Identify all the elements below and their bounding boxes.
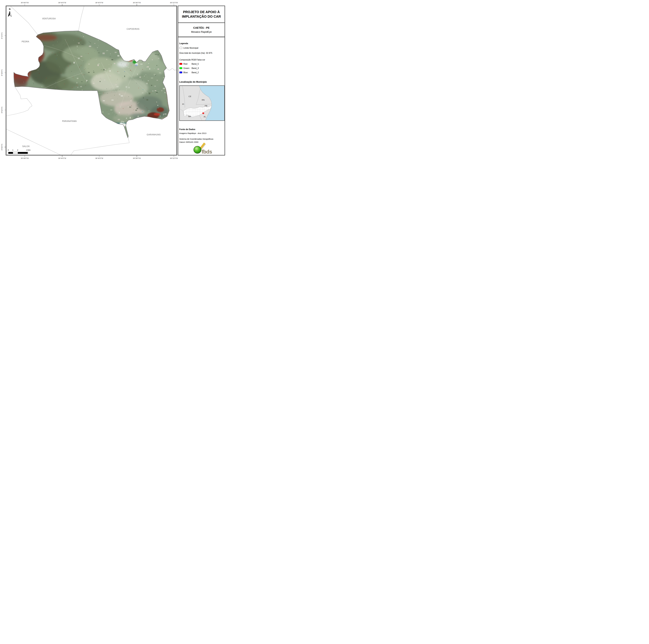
latitude-label-left: 8°48'0"S — [1, 70, 3, 76]
axis-tick-bottom — [25, 156, 25, 157]
longitude-label-top: 36°44'0"W — [58, 2, 66, 4]
longitude-label-bottom: 36°32'0"W — [170, 157, 178, 159]
axis-tick-bottom — [99, 156, 99, 157]
product-name: Mosaico RapidEye — [191, 31, 212, 33]
logo-green-sphere — [194, 146, 201, 154]
rgb-composition-heading: Composição RGB Falsa-cor — [179, 59, 205, 61]
longitude-label-top: 36°32'0"W — [170, 2, 178, 4]
band-color-swatch — [179, 71, 182, 74]
state-label-pi: PI — [182, 103, 184, 105]
longitude-label-bottom: 36°48'0"W — [21, 157, 29, 159]
area-total-text: Área total do município (ha): 32.975 — [179, 52, 212, 54]
state-label-al: AL — [204, 116, 206, 118]
inset-heading: Localização do Município — [179, 81, 207, 83]
project-title-line1: PROJETO DE APOIO À — [183, 10, 220, 14]
axis-tick-bottom — [174, 156, 174, 157]
state-label-pb: PB — [205, 104, 207, 107]
longitude-label-bottom: 36°36'0"W — [133, 157, 141, 159]
band-color-name: Red: — [183, 63, 188, 65]
map-document: N 0124 km PROJETO DE APOIO À IMPLANTAÇÃO… — [0, 0, 228, 161]
band-number: Band_5 — [191, 63, 199, 65]
longitude-label-top: 36°40'0"W — [95, 2, 103, 4]
axis-tick-top — [137, 4, 137, 6]
band-color-name: Blue: — [183, 71, 188, 74]
scale-bar-segments — [8, 152, 28, 154]
state-label-rn: RN — [202, 99, 205, 101]
axis-tick-top — [25, 4, 25, 6]
latitude-label-left: 8°52'0"S — [1, 107, 3, 113]
scale-bar-label: 4 km — [26, 149, 30, 151]
legend-heading: Legenda — [179, 42, 188, 45]
scale-segment — [8, 152, 13, 154]
state-label-ce: CE — [188, 95, 191, 97]
north-label: N — [9, 8, 10, 10]
neighbor-label-pedra: PEDRA — [22, 41, 29, 43]
inset-map-canvas — [180, 86, 224, 121]
fbds-logo: fbds — [192, 143, 216, 155]
scale-segment — [13, 152, 18, 154]
longitude-label-bottom: 36°44'0"W — [58, 157, 66, 159]
band-color-swatch — [179, 63, 182, 65]
neighbor-label-venturosa: VENTUROSA — [42, 17, 56, 20]
band-number: Band_2 — [191, 71, 199, 74]
latitude-label-left: 8°44'0"S — [1, 33, 3, 39]
legend-panel: Legenda Limite Municipal Área total do m… — [178, 37, 225, 156]
project-title-line2: IMPLANTAÇÃO DO CAR — [182, 14, 221, 19]
scale-bar: 0124 km — [8, 149, 34, 155]
municipality-name: CAETÉS - PE — [193, 26, 210, 29]
subtitle-panel: CAETÉS - PE Mosaico RapidEye — [178, 23, 225, 37]
latitude-label-left: 8°56'0"S — [1, 144, 3, 150]
data-source-heading: Fonte de Dados — [179, 128, 196, 131]
logo-text: fbds — [202, 149, 212, 155]
band-number: Band_3 — [191, 67, 199, 70]
neighbor-label-garanhuns: GARANHUNS — [147, 134, 161, 136]
limite-municipal-swatch — [179, 47, 182, 49]
neighbor-label-paranatama: PARANATAMA — [62, 120, 77, 122]
scale-segment — [18, 152, 28, 154]
longitude-label-top: 36°36'0"W — [133, 2, 141, 4]
location-inset-map: CERNPIPBBAAL — [179, 85, 225, 121]
axis-tick-left — [4, 36, 6, 36]
band-color-swatch — [179, 67, 182, 69]
axis-tick-top — [99, 4, 99, 6]
north-arrow-right-half — [10, 11, 11, 16]
axis-tick-left — [4, 73, 6, 73]
north-arrow-left-half — [8, 11, 10, 16]
band-color-name: Green: — [183, 67, 190, 70]
neighbor-label-capoeiras: CAPOEIRAS — [127, 28, 139, 30]
axis-tick-top — [174, 4, 174, 6]
longitude-label-bottom: 36°40'0"W — [95, 157, 103, 159]
limite-municipal-label: Limite Municipal — [183, 47, 198, 49]
scale-bar-label: 2 — [17, 149, 18, 151]
longitude-label-top: 36°48'0"W — [21, 2, 29, 4]
satellite-map-canvas — [6, 6, 177, 156]
scale-bar-label: 1 — [12, 149, 13, 151]
neighbor-label-saloá: SALOÁ — [22, 145, 30, 147]
axis-tick-bottom — [137, 156, 137, 157]
axis-tick-left — [4, 110, 6, 110]
title-panel: PROJETO DE APOIO À IMPLANTAÇÃO DO CAR — [178, 6, 225, 23]
north-arrow: N — [6, 6, 13, 18]
scale-bar-label: 0 — [8, 149, 9, 151]
data-source-line1: Imagens Rapideye - Ano 2013 — [179, 132, 206, 134]
axis-tick-left — [4, 147, 6, 147]
state-label-ba: BA — [188, 115, 191, 118]
data-source-line2: Sistema de Coordenadas Geográficas — [179, 138, 213, 140]
